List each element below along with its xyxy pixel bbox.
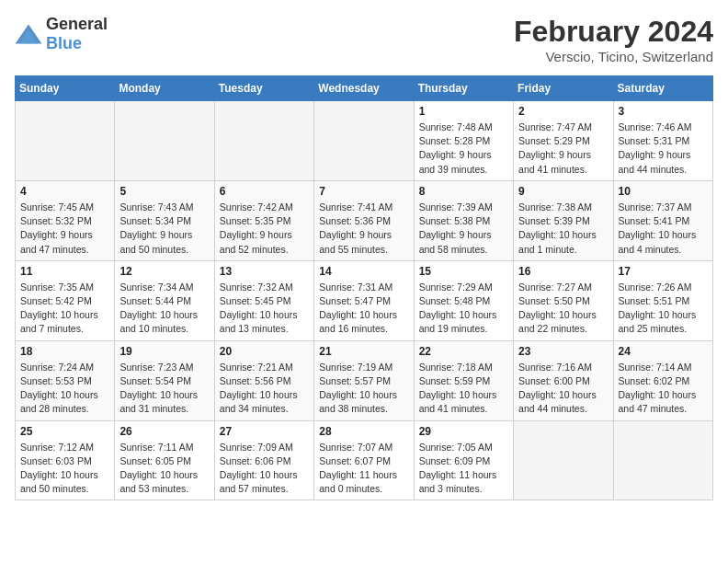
calendar-cell: 17Sunrise: 7:26 AM Sunset: 5:51 PM Dayli… — [613, 260, 712, 340]
calendar-cell: 29Sunrise: 7:05 AM Sunset: 6:09 PM Dayli… — [414, 420, 513, 500]
calendar-cell: 2Sunrise: 7:47 AM Sunset: 5:29 PM Daylig… — [514, 101, 613, 181]
day-number: 13 — [220, 265, 309, 278]
weekday-header: Thursday — [414, 76, 513, 101]
calendar-body: 1Sunrise: 7:48 AM Sunset: 5:28 PM Daylig… — [16, 101, 713, 500]
logo: General Blue — [15, 15, 108, 53]
day-number: 3 — [619, 105, 708, 118]
weekday-header: Friday — [514, 76, 613, 101]
calendar-cell — [115, 101, 214, 181]
day-number: 28 — [319, 425, 408, 438]
day-number: 10 — [619, 185, 708, 198]
calendar-cell: 23Sunrise: 7:16 AM Sunset: 6:00 PM Dayli… — [514, 340, 613, 420]
calendar-cell: 25Sunrise: 7:12 AM Sunset: 6:03 PM Dayli… — [16, 420, 115, 500]
day-number: 17 — [619, 265, 708, 278]
day-info: Sunrise: 7:31 AM Sunset: 5:47 PM Dayligh… — [319, 281, 408, 337]
calendar-cell — [514, 420, 613, 500]
day-info: Sunrise: 7:41 AM Sunset: 5:36 PM Dayligh… — [319, 201, 408, 257]
day-info: Sunrise: 7:38 AM Sunset: 5:39 PM Dayligh… — [518, 201, 608, 257]
day-info: Sunrise: 7:39 AM Sunset: 5:38 PM Dayligh… — [419, 201, 508, 257]
day-info: Sunrise: 7:14 AM Sunset: 6:02 PM Dayligh… — [619, 361, 708, 417]
calendar-cell: 24Sunrise: 7:14 AM Sunset: 6:02 PM Dayli… — [613, 340, 712, 420]
calendar-cell: 4Sunrise: 7:45 AM Sunset: 5:32 PM Daylig… — [16, 180, 115, 260]
day-info: Sunrise: 7:09 AM Sunset: 6:06 PM Dayligh… — [220, 441, 309, 497]
day-number: 29 — [419, 425, 508, 438]
day-info: Sunrise: 7:34 AM Sunset: 5:44 PM Dayligh… — [119, 281, 209, 337]
calendar-cell: 14Sunrise: 7:31 AM Sunset: 5:47 PM Dayli… — [314, 260, 414, 340]
day-number: 23 — [518, 345, 608, 358]
logo-blue: Blue — [46, 34, 82, 52]
weekday-header: Tuesday — [214, 76, 313, 101]
calendar-cell: 27Sunrise: 7:09 AM Sunset: 6:06 PM Dayli… — [214, 420, 313, 500]
day-number: 25 — [20, 425, 109, 438]
calendar-cell: 12Sunrise: 7:34 AM Sunset: 5:44 PM Dayli… — [115, 260, 214, 340]
day-info: Sunrise: 7:35 AM Sunset: 5:42 PM Dayligh… — [20, 281, 109, 337]
day-number: 21 — [319, 345, 408, 358]
day-number: 18 — [20, 345, 109, 358]
day-info: Sunrise: 7:42 AM Sunset: 5:35 PM Dayligh… — [220, 201, 309, 257]
day-info: Sunrise: 7:24 AM Sunset: 5:53 PM Dayligh… — [20, 361, 109, 417]
calendar-cell: 15Sunrise: 7:29 AM Sunset: 5:48 PM Dayli… — [414, 260, 513, 340]
weekday-header: Saturday — [613, 76, 712, 101]
calendar-week-row: 11Sunrise: 7:35 AM Sunset: 5:42 PM Dayli… — [16, 260, 713, 340]
day-number: 12 — [119, 265, 209, 278]
calendar-cell — [214, 101, 313, 181]
calendar-cell: 22Sunrise: 7:18 AM Sunset: 5:59 PM Dayli… — [414, 340, 513, 420]
calendar-cell: 8Sunrise: 7:39 AM Sunset: 5:38 PM Daylig… — [414, 180, 513, 260]
calendar-week-row: 1Sunrise: 7:48 AM Sunset: 5:28 PM Daylig… — [16, 101, 713, 181]
page-header: General Blue February 2024 Verscio, Tici… — [15, 15, 713, 64]
calendar-cell: 11Sunrise: 7:35 AM Sunset: 5:42 PM Dayli… — [16, 260, 115, 340]
calendar-week-row: 25Sunrise: 7:12 AM Sunset: 6:03 PM Dayli… — [16, 420, 713, 500]
weekday-header: Monday — [115, 76, 214, 101]
day-info: Sunrise: 7:37 AM Sunset: 5:41 PM Dayligh… — [619, 201, 708, 257]
day-number: 14 — [319, 265, 408, 278]
calendar-cell: 5Sunrise: 7:43 AM Sunset: 5:34 PM Daylig… — [115, 180, 214, 260]
day-info: Sunrise: 7:27 AM Sunset: 5:50 PM Dayligh… — [518, 281, 608, 337]
day-number: 20 — [220, 345, 309, 358]
calendar-cell: 26Sunrise: 7:11 AM Sunset: 6:05 PM Dayli… — [115, 420, 214, 500]
weekday-header: Sunday — [16, 76, 115, 101]
day-info: Sunrise: 7:18 AM Sunset: 5:59 PM Dayligh… — [419, 361, 508, 417]
month-year: February 2024 — [514, 15, 713, 49]
calendar-table: SundayMondayTuesdayWednesdayThursdayFrid… — [15, 75, 713, 500]
day-info: Sunrise: 7:45 AM Sunset: 5:32 PM Dayligh… — [20, 201, 109, 257]
day-info: Sunrise: 7:29 AM Sunset: 5:48 PM Dayligh… — [419, 281, 508, 337]
weekday-row: SundayMondayTuesdayWednesdayThursdayFrid… — [16, 76, 713, 101]
day-number: 24 — [619, 345, 708, 358]
calendar-cell: 16Sunrise: 7:27 AM Sunset: 5:50 PM Dayli… — [514, 260, 613, 340]
day-info: Sunrise: 7:16 AM Sunset: 6:00 PM Dayligh… — [518, 361, 608, 417]
day-info: Sunrise: 7:19 AM Sunset: 5:57 PM Dayligh… — [319, 361, 408, 417]
calendar-cell: 28Sunrise: 7:07 AM Sunset: 6:07 PM Dayli… — [314, 420, 414, 500]
day-info: Sunrise: 7:43 AM Sunset: 5:34 PM Dayligh… — [119, 201, 209, 257]
day-info: Sunrise: 7:48 AM Sunset: 5:28 PM Dayligh… — [419, 121, 508, 177]
calendar-cell: 19Sunrise: 7:23 AM Sunset: 5:54 PM Dayli… — [115, 340, 214, 420]
calendar-cell: 18Sunrise: 7:24 AM Sunset: 5:53 PM Dayli… — [16, 340, 115, 420]
calendar-cell: 20Sunrise: 7:21 AM Sunset: 5:56 PM Dayli… — [214, 340, 313, 420]
calendar-cell: 13Sunrise: 7:32 AM Sunset: 5:45 PM Dayli… — [214, 260, 313, 340]
calendar-cell — [16, 101, 115, 181]
day-info: Sunrise: 7:07 AM Sunset: 6:07 PM Dayligh… — [319, 441, 408, 497]
day-number: 11 — [20, 265, 109, 278]
logo-general: General — [46, 15, 108, 33]
day-number: 15 — [419, 265, 508, 278]
logo-text: General Blue — [46, 15, 108, 53]
day-info: Sunrise: 7:32 AM Sunset: 5:45 PM Dayligh… — [220, 281, 309, 337]
calendar-week-row: 18Sunrise: 7:24 AM Sunset: 5:53 PM Dayli… — [16, 340, 713, 420]
day-info: Sunrise: 7:23 AM Sunset: 5:54 PM Dayligh… — [119, 361, 209, 417]
logo-icon — [15, 23, 42, 45]
calendar-cell: 10Sunrise: 7:37 AM Sunset: 5:41 PM Dayli… — [613, 180, 712, 260]
day-number: 1 — [419, 105, 508, 118]
calendar-week-row: 4Sunrise: 7:45 AM Sunset: 5:32 PM Daylig… — [16, 180, 713, 260]
day-number: 9 — [518, 185, 608, 198]
calendar-cell — [314, 101, 414, 181]
day-number: 22 — [419, 345, 508, 358]
day-info: Sunrise: 7:46 AM Sunset: 5:31 PM Dayligh… — [619, 121, 708, 177]
day-info: Sunrise: 7:05 AM Sunset: 6:09 PM Dayligh… — [419, 441, 508, 497]
day-number: 8 — [419, 185, 508, 198]
day-info: Sunrise: 7:11 AM Sunset: 6:05 PM Dayligh… — [119, 441, 209, 497]
day-number: 26 — [119, 425, 209, 438]
title-block: February 2024 Verscio, Ticino, Switzerla… — [514, 15, 713, 64]
calendar-cell — [613, 420, 712, 500]
day-number: 27 — [220, 425, 309, 438]
calendar-cell: 9Sunrise: 7:38 AM Sunset: 5:39 PM Daylig… — [514, 180, 613, 260]
day-number: 19 — [119, 345, 209, 358]
